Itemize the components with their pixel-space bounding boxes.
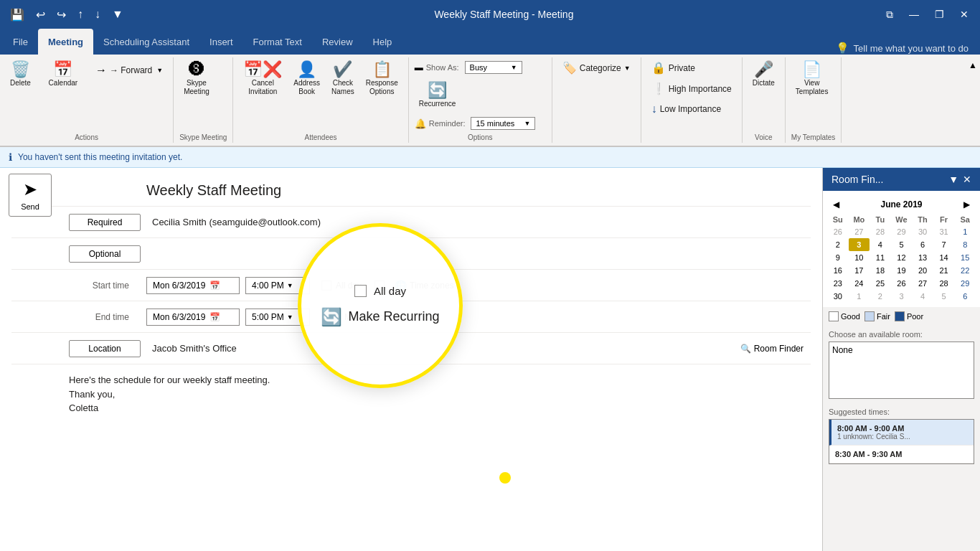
low-importance-button[interactable]: ↓ Low Importance <box>647 100 725 118</box>
optional-value[interactable] <box>146 251 811 257</box>
show-as-dropdown[interactable]: Busy ▼ <box>465 61 522 74</box>
cal-day[interactable]: 15 <box>954 251 976 264</box>
redo-button[interactable]: ↪ <box>54 6 69 23</box>
upload-button[interactable]: ↑ <box>75 6 86 22</box>
cal-day[interactable]: 27 <box>912 277 933 290</box>
location-button[interactable]: Location <box>69 340 141 357</box>
title-input[interactable] <box>141 179 811 202</box>
ribbon-collapse[interactable]: ▲ <box>966 57 980 143</box>
cal-day[interactable]: 30 <box>912 225 933 238</box>
address-book-button[interactable]: 👤 AddressBook <box>289 59 324 99</box>
tab-file[interactable]: File <box>3 29 38 55</box>
cancel-invitation-button[interactable]: 📅❌ CancelInvitation <box>239 59 286 99</box>
body-area[interactable]: Here's the schedule for our weekly staff… <box>11 364 811 551</box>
required-button[interactable]: Required <box>69 214 141 231</box>
cal-day[interactable]: 28 <box>870 225 891 238</box>
suggested-time-item[interactable]: 8:30 AM - 9:30 AM <box>829 446 974 463</box>
save-button[interactable]: 💾 <box>7 6 27 23</box>
start-date-input[interactable]: Mon 6/3/2019 📅 <box>146 277 240 294</box>
cal-day[interactable]: 30 <box>827 290 849 303</box>
available-room-list[interactable]: None <box>829 342 974 399</box>
cal-day[interactable]: 20 <box>912 264 933 277</box>
minimize-button[interactable]: — <box>905 7 923 22</box>
cal-day[interactable]: 21 <box>933 264 955 277</box>
cal-day[interactable]: 4 <box>912 290 933 303</box>
reminder-dropdown[interactable]: 15 minutes ▼ <box>471 117 535 130</box>
cal-day[interactable]: 17 <box>849 264 870 277</box>
all-day-checkbox[interactable] <box>321 281 331 291</box>
cal-day[interactable]: 6 <box>912 238 933 251</box>
cal-day[interactable]: 8 <box>954 238 976 251</box>
timezone-checkbox[interactable] <box>374 281 385 291</box>
cal-day[interactable]: 3 <box>891 290 913 303</box>
restore-button[interactable]: ⧉ <box>882 7 897 22</box>
recurrence-button[interactable]: 🔄 Recurrence <box>415 80 461 111</box>
cal-day[interactable]: 28 <box>933 277 955 290</box>
response-options-button[interactable]: 📋 ResponseOptions <box>362 59 402 99</box>
rf-dropdown-btn[interactable]: ▼ <box>948 174 958 185</box>
cal-day[interactable]: 11 <box>870 251 891 264</box>
tab-scheduling[interactable]: Scheduling Assistant <box>93 29 199 55</box>
tab-insert[interactable]: Insert <box>199 29 243 55</box>
rf-close-btn[interactable]: ✕ <box>963 174 971 185</box>
undo-button[interactable]: ↩ <box>33 6 48 23</box>
maximize-button[interactable]: ❐ <box>930 7 948 22</box>
cal-day[interactable]: 26 <box>891 277 913 290</box>
high-importance-button[interactable]: ❕ High Importance <box>647 80 736 98</box>
cal-day[interactable]: 4 <box>870 238 891 251</box>
send-button[interactable]: ➤ Send <box>9 174 52 217</box>
location-value[interactable]: Jacob Smith's Office <box>146 340 733 357</box>
dictate-button[interactable]: 🎤 Dictate <box>748 59 779 90</box>
optional-button[interactable]: Optional <box>69 245 141 263</box>
cal-day[interactable]: 10 <box>849 251 870 264</box>
view-templates-button[interactable]: 📄 ViewTemplates <box>791 59 833 99</box>
cal-day[interactable]: 29 <box>891 225 913 238</box>
cal-day[interactable]: 18 <box>870 264 891 277</box>
categorize-button[interactable]: 🏷️ Categorize ▼ <box>558 59 635 77</box>
end-date-input[interactable]: Mon 6/3/2019 📅 <box>146 309 240 326</box>
cal-day[interactable]: 26 <box>827 225 849 238</box>
tab-review[interactable]: Review <box>312 29 363 55</box>
cal-day[interactable]: 16 <box>827 264 849 277</box>
cal-day[interactable]: 29 <box>954 277 976 290</box>
cal-day[interactable]: 12 <box>891 251 913 264</box>
room-finder-button[interactable]: 🔍 Room Finder <box>733 341 811 357</box>
check-names-button[interactable]: ✔️ CheckNames <box>327 59 359 99</box>
timezone-button[interactable]: 🌐 Time zones <box>389 278 460 293</box>
tab-meeting[interactable]: Meeting <box>38 29 93 55</box>
cal-day[interactable]: 7 <box>933 238 955 251</box>
cal-day[interactable]: 5 <box>891 238 913 251</box>
forward-inline-button[interactable]: → → Forward ▼ <box>91 62 167 79</box>
cal-day[interactable]: 13 <box>912 251 933 264</box>
skype-meeting-button[interactable]: 🅢 SkypeMeeting <box>179 59 214 99</box>
cal-day[interactable]: 22 <box>954 264 976 277</box>
cal-day[interactable]: 9 <box>827 251 849 264</box>
right-panel-scroll[interactable]: ◀ June 2019 ▶ Su Mo Tu We Th Fr Sa <box>823 191 980 551</box>
qat-more-button[interactable]: ▼ <box>109 6 126 22</box>
cal-day[interactable]: 1 <box>849 290 870 303</box>
cal-prev-button[interactable]: ◀ <box>829 198 844 211</box>
cal-day[interactable]: 5 <box>933 290 955 303</box>
forward-button[interactable]: 📅 Calendar <box>38 59 88 90</box>
cal-day[interactable]: 3 <box>849 238 870 251</box>
close-button[interactable]: ✕ <box>956 7 973 22</box>
cal-day[interactable]: 14 <box>933 251 955 264</box>
cal-day[interactable]: 2 <box>827 238 849 251</box>
private-button[interactable]: 🔒 Private <box>647 59 699 77</box>
tell-me-box[interactable]: 💡 Tell me what you want to do <box>827 42 977 55</box>
cal-day[interactable]: 25 <box>870 277 891 290</box>
suggested-time-item[interactable]: 8:00 AM - 9:00 AM1 unknown: Cecilia S... <box>829 420 974 446</box>
cal-day[interactable]: 6 <box>954 290 976 303</box>
delete-button[interactable]: 🗑️ Delete <box>6 59 35 90</box>
cal-day[interactable]: 31 <box>933 225 955 238</box>
cal-day[interactable]: 23 <box>827 277 849 290</box>
end-time-input[interactable]: 5:00 PM ▼ <box>245 309 310 326</box>
cal-day[interactable]: 1 <box>954 225 976 238</box>
cal-day[interactable]: 24 <box>849 277 870 290</box>
start-time-input[interactable]: 4:00 PM ▼ <box>245 277 310 294</box>
cal-day[interactable]: 2 <box>870 290 891 303</box>
cal-day[interactable]: 19 <box>891 264 913 277</box>
cal-next-button[interactable]: ▶ <box>959 198 974 211</box>
make-recurring-button[interactable]: 🔄 Make Recurring <box>321 308 410 326</box>
tab-format-text[interactable]: Format Text <box>243 29 312 55</box>
